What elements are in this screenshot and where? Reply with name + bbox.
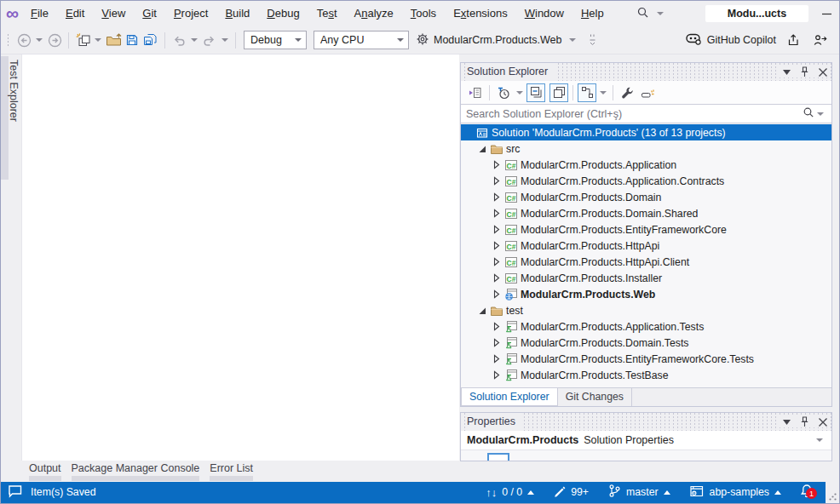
properties-header[interactable]: Properties bbox=[461, 413, 831, 431]
close-icon[interactable] bbox=[819, 418, 827, 427]
tab-package-manager-console[interactable]: Package Manager Console bbox=[72, 461, 200, 481]
tree-item[interactable]: C#ModularCrm.Products.Domain bbox=[461, 189, 831, 205]
menu-window[interactable]: Window bbox=[516, 1, 572, 26]
show-all-files-button[interactable] bbox=[549, 83, 568, 102]
collapsed-arrow-icon[interactable] bbox=[490, 322, 503, 331]
menu-edit[interactable]: Edit bbox=[57, 1, 93, 26]
solution-configuration-dropdown[interactable]: Debug bbox=[244, 31, 307, 49]
sync-with-active-document-button[interactable] bbox=[578, 83, 596, 102]
tree-item[interactable]: src bbox=[461, 140, 831, 157]
resize-grip[interactable] bbox=[826, 481, 839, 503]
menu-help[interactable]: Help bbox=[572, 1, 613, 26]
navigate-forward-button[interactable] bbox=[45, 30, 64, 50]
menu-extensions[interactable]: Extensions bbox=[445, 1, 516, 26]
pending-edits-button[interactable]: 99+ bbox=[553, 484, 589, 500]
collapsed-arrow-icon[interactable] bbox=[490, 257, 503, 266]
navigate-back-button[interactable] bbox=[14, 30, 33, 50]
close-icon[interactable] bbox=[819, 68, 827, 77]
expanded-arrow-icon[interactable] bbox=[475, 306, 489, 315]
open-file-button[interactable] bbox=[104, 30, 123, 50]
pin-icon[interactable] bbox=[800, 416, 809, 427]
tree-item[interactable]: ModularCrm.Products.Web bbox=[461, 286, 831, 302]
search-options-caret-icon[interactable] bbox=[817, 112, 824, 116]
properties-object-selector[interactable]: ModularCrm.Products Solution Properties bbox=[461, 431, 831, 450]
pin-icon[interactable] bbox=[800, 66, 809, 77]
collapsed-arrow-icon[interactable] bbox=[490, 176, 503, 186]
minimize-button[interactable] bbox=[808, 1, 840, 26]
git-sync-button[interactable]: ↑↓ 0 / 0 bbox=[486, 486, 534, 499]
tree-item[interactable]: ModularCrm.Products.EntityFrameworkCore.… bbox=[461, 351, 831, 367]
redo-caret-icon[interactable] bbox=[222, 38, 228, 42]
search-icon[interactable] bbox=[803, 106, 814, 121]
collapsed-arrow-icon[interactable] bbox=[490, 192, 503, 202]
expanded-arrow-icon[interactable] bbox=[475, 145, 489, 153]
properties-wrench-icon[interactable] bbox=[618, 83, 636, 102]
properties-toolbar-button-partial[interactable] bbox=[487, 453, 509, 461]
startup-project-dropdown[interactable]: ModularCrm.Products.Web bbox=[416, 32, 578, 49]
feedback-bubble-icon[interactable] bbox=[8, 484, 23, 501]
panel-menu-caret-icon[interactable] bbox=[783, 420, 791, 425]
toolbar-grip-handle[interactable] bbox=[6, 33, 10, 48]
menu-git[interactable]: Git bbox=[134, 1, 165, 26]
panel-menu-caret-icon[interactable] bbox=[783, 70, 791, 75]
share-icon[interactable] bbox=[784, 30, 803, 50]
solution-explorer-search-box[interactable] bbox=[461, 104, 831, 123]
test-explorer-vertical-tab[interactable]: Test Explorer bbox=[8, 60, 20, 122]
tree-item[interactable]: C#ModularCrm.Products.HttpApi bbox=[461, 238, 831, 254]
tree-item[interactable]: C#ModularCrm.Products.Installer bbox=[461, 270, 831, 286]
menu-test[interactable]: Test bbox=[308, 1, 346, 26]
search-solution-explorer-input[interactable] bbox=[466, 108, 803, 120]
collapsed-arrow-icon[interactable] bbox=[490, 273, 503, 283]
tree-item[interactable]: ModularCrm.Products.Application.Tests bbox=[461, 318, 831, 335]
tree-item[interactable]: test bbox=[461, 302, 831, 318]
solution-explorer-header[interactable]: Solution Explorer bbox=[461, 63, 831, 81]
search-dropdown-caret-icon[interactable] bbox=[657, 12, 664, 15]
undo-caret-icon[interactable] bbox=[191, 38, 198, 42]
menu-file[interactable]: File bbox=[22, 1, 57, 26]
send-feedback-icon[interactable] bbox=[810, 30, 829, 50]
menu-project[interactable]: Project bbox=[165, 1, 216, 26]
collapsed-arrow-icon[interactable] bbox=[490, 241, 503, 250]
collapsed-arrow-icon[interactable] bbox=[490, 209, 503, 218]
tree-item[interactable]: ModularCrm.Products.Domain.Tests bbox=[461, 335, 831, 351]
tab-solution-explorer[interactable]: Solution Explorer bbox=[461, 388, 558, 406]
pending-changes-filter-button[interactable] bbox=[494, 83, 513, 102]
notifications-button[interactable]: 1 bbox=[800, 484, 814, 501]
tab-error-list[interactable]: Error List bbox=[210, 461, 253, 481]
tab-output[interactable]: Output bbox=[29, 461, 61, 481]
menu-debug[interactable]: Debug bbox=[258, 1, 308, 26]
undo-button[interactable] bbox=[170, 30, 188, 50]
collapsed-arrow-icon[interactable] bbox=[490, 160, 503, 169]
collapsed-arrow-icon[interactable] bbox=[490, 354, 503, 364]
filter-caret-icon[interactable] bbox=[516, 91, 523, 94]
tree-item[interactable]: C#ModularCrm.Products.Application bbox=[461, 157, 831, 173]
collapsed-arrow-icon[interactable] bbox=[490, 338, 503, 347]
menu-build[interactable]: Build bbox=[216, 1, 258, 26]
tree-item[interactable]: C#ModularCrm.Products.Application.Contra… bbox=[461, 173, 831, 189]
git-branch-button[interactable]: master bbox=[607, 484, 670, 501]
menu-analyze[interactable]: Analyze bbox=[346, 1, 402, 26]
new-project-button[interactable] bbox=[73, 30, 92, 50]
menu-view[interactable]: View bbox=[93, 1, 134, 26]
title-search-control[interactable] bbox=[636, 6, 666, 21]
solution-platform-dropdown[interactable]: Any CPU bbox=[314, 31, 409, 49]
switch-views-button[interactable] bbox=[466, 83, 485, 102]
collapsed-arrow-icon[interactable] bbox=[490, 289, 503, 299]
new-project-caret-icon[interactable] bbox=[95, 38, 101, 42]
sync-caret-icon[interactable] bbox=[600, 91, 607, 94]
preview-selected-items-button[interactable] bbox=[638, 83, 657, 102]
collapsed-arrow-icon[interactable] bbox=[490, 370, 503, 380]
github-copilot-button[interactable]: GitHub Copilot bbox=[686, 32, 776, 48]
tree-item[interactable]: ModularCrm.Products.TestBase bbox=[461, 367, 831, 383]
navigate-back-caret-icon[interactable] bbox=[36, 38, 43, 42]
save-all-button[interactable] bbox=[141, 30, 160, 50]
collapse-all-button[interactable] bbox=[526, 83, 545, 102]
menu-tools[interactable]: Tools bbox=[402, 1, 445, 26]
tree-item[interactable]: C#ModularCrm.Products.HttpApi.Client bbox=[461, 254, 831, 270]
collapsed-arrow-icon[interactable] bbox=[490, 225, 503, 234]
toolbar-overflow-button[interactable] bbox=[584, 30, 602, 50]
search-icon[interactable] bbox=[636, 6, 649, 21]
tree-item[interactable]: Solution 'ModularCrm.Products' (13 of 13… bbox=[461, 124, 831, 140]
save-button[interactable] bbox=[123, 30, 141, 50]
repository-button[interactable]: abp-samples bbox=[689, 484, 781, 501]
